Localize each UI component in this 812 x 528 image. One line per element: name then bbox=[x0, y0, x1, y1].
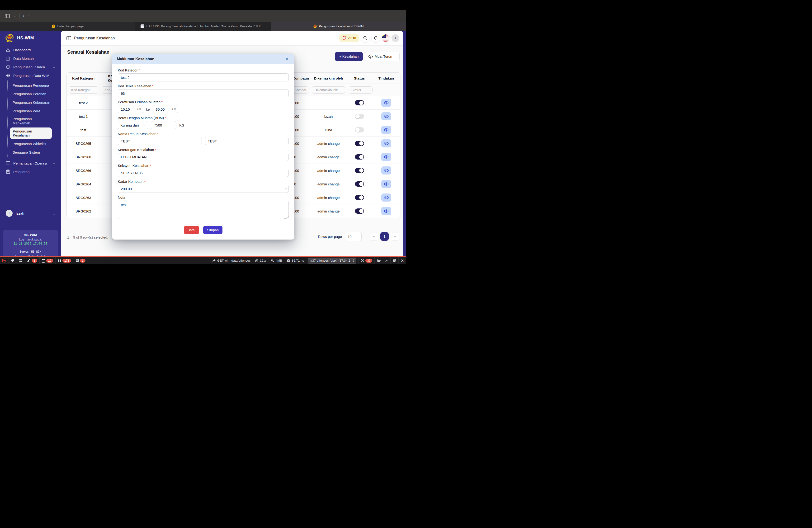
page-size-select[interactable]: 10 ⌄ bbox=[345, 232, 362, 241]
exceptions-tab[interactable]: 1 bbox=[25, 257, 40, 264]
views-tab[interactable]: 1 bbox=[73, 257, 88, 264]
field-label: Nama Penuh Kesalahan* bbox=[118, 132, 289, 136]
request-selector[interactable]: #37 offences (ajax) (17:34:2 ▲▼ bbox=[308, 258, 357, 264]
col-status[interactable]: Status bbox=[347, 73, 372, 84]
status-toggle[interactable] bbox=[355, 100, 364, 105]
tab-uat-236[interactable]: UAT #236: Borang 'Tambah Kesalahan': Tam… bbox=[135, 22, 271, 31]
version-stat: 12.x bbox=[253, 259, 268, 262]
kadar-kompaun-input[interactable] bbox=[118, 185, 289, 193]
kod-kategori-input[interactable] bbox=[118, 73, 289, 82]
close-icon[interactable]: ✕ bbox=[284, 57, 290, 61]
sidebar-item-pengurusan-peranan[interactable]: Pengurusan Peranan bbox=[8, 89, 61, 98]
next-page-button[interactable]: » bbox=[391, 232, 399, 241]
field-label: Keterangan Kesalahan* bbox=[118, 148, 289, 152]
history-button[interactable]: 37 bbox=[358, 257, 374, 264]
kod-jenis-input[interactable] bbox=[118, 89, 289, 97]
nama-penuh-input-2[interactable] bbox=[205, 137, 289, 145]
settings-sliders-button[interactable] bbox=[390, 257, 398, 264]
seksyen-input[interactable] bbox=[118, 169, 289, 177]
sidebar-item-pengurusan-wim[interactable]: Pengurusan WIM bbox=[8, 107, 61, 115]
open-folder-button[interactable] bbox=[374, 257, 383, 264]
save-button[interactable]: Simpan bbox=[203, 226, 222, 234]
laravel-logo-icon[interactable] bbox=[0, 257, 9, 264]
search-button[interactable] bbox=[361, 34, 369, 42]
models-tab[interactable]: 173 bbox=[56, 257, 73, 264]
view-button[interactable] bbox=[381, 99, 391, 107]
info-title: HS-WIM bbox=[5, 233, 56, 237]
view-button[interactable] bbox=[381, 207, 391, 215]
percent-spinner-icon[interactable]: ▲▼% bbox=[137, 108, 141, 111]
col-kod-kategori[interactable]: Kod Kategori bbox=[67, 73, 100, 84]
sidebar-item-data-mentah[interactable]: Data Mentah bbox=[0, 54, 61, 63]
memory-text: 4MB bbox=[276, 259, 282, 262]
eye-icon bbox=[384, 209, 389, 213]
sidebar-item-pengurusan-kesalahan[interactable]: Pengurusan Kesalahan bbox=[10, 128, 52, 139]
tab-hswim[interactable]: Pengurusan Kesalahan - HS-WIM bbox=[271, 22, 406, 31]
status-toggle[interactable] bbox=[355, 154, 364, 160]
status-toggle[interactable] bbox=[355, 168, 364, 173]
sidebar-item-pelaporan[interactable]: Pelaporan ⌄ bbox=[0, 167, 61, 176]
number-spinner-icon[interactable]: ▲▼ bbox=[285, 187, 287, 190]
page-title: Pengurusan Kesalahan bbox=[74, 36, 115, 40]
session-timer-badge: ⏰ 29:18 bbox=[339, 34, 359, 42]
status-toggle[interactable] bbox=[355, 195, 364, 200]
back-button[interactable]: ‹ bbox=[23, 13, 25, 18]
view-button[interactable] bbox=[381, 180, 391, 188]
sidebar-toggle-icon[interactable] bbox=[67, 36, 71, 40]
sidebar-item-pengurusan-insiden[interactable]: Pengurusan Insiden ⌄ bbox=[0, 63, 61, 71]
view-button[interactable] bbox=[381, 153, 391, 161]
sidebar-item-senggara-sistem[interactable]: Senggara Sistem bbox=[8, 148, 61, 157]
nama-penuh-input-1[interactable] bbox=[118, 137, 202, 145]
close-debugbar-button[interactable]: ✕ bbox=[398, 257, 406, 264]
status-toggle[interactable] bbox=[355, 127, 364, 132]
status-toggle[interactable] bbox=[355, 181, 364, 187]
status-toggle[interactable] bbox=[355, 114, 364, 119]
page-1-button[interactable]: 1 bbox=[380, 232, 389, 241]
view-button[interactable] bbox=[381, 112, 391, 120]
view-button[interactable] bbox=[381, 140, 391, 147]
forward-button[interactable]: › bbox=[28, 13, 30, 18]
messages-tab[interactable] bbox=[9, 257, 17, 264]
sidebar-panel-icon[interactable] bbox=[5, 14, 10, 18]
status-toggle[interactable] bbox=[355, 208, 364, 214]
eye-icon bbox=[384, 128, 389, 132]
prev-page-button[interactable]: « bbox=[370, 232, 378, 241]
sidebar-item-pengurusan-data-wim[interactable]: Pengurusan Data WIM ⌃ bbox=[0, 71, 61, 80]
bdm-value-input[interactable] bbox=[151, 121, 176, 129]
bdm-operator-select[interactable]: Kurang dari⌄ bbox=[118, 121, 148, 129]
sidebar-item-pengurusan-kebenaran[interactable]: Pengurusan Kebenaran bbox=[8, 98, 61, 107]
status-toggle[interactable] bbox=[355, 141, 364, 146]
maklumat-kesalahan-modal: Maklumat Kesalahan ✕ Kod Kategori* Kod J… bbox=[112, 54, 294, 239]
percent-spinner-icon[interactable]: ▲▼% bbox=[172, 108, 176, 111]
filter-oleh[interactable] bbox=[312, 86, 345, 93]
jpj-favicon bbox=[52, 25, 55, 28]
nota-textarea[interactable] bbox=[118, 201, 289, 219]
sidebar-item-pengurusan-pengguna[interactable]: Pengurusan Pengguna bbox=[8, 81, 61, 89]
add-kesalahan-button[interactable]: + Kesalahan bbox=[335, 52, 363, 61]
chevron-down-icon[interactable]: ⌄ bbox=[13, 14, 16, 18]
chevron-down-icon: ⌄ bbox=[53, 170, 55, 173]
field-label: Seksyen Kesalahan* bbox=[118, 164, 289, 167]
sidebar-user[interactable]: I Izzah ⌃⌄ bbox=[0, 210, 61, 217]
sidebar-item-dashboard[interactable]: Dashboard bbox=[0, 46, 61, 54]
view-button[interactable] bbox=[381, 166, 391, 175]
view-button[interactable] bbox=[381, 126, 391, 134]
maximize-button[interactable] bbox=[383, 257, 390, 264]
view-button[interactable] bbox=[381, 193, 391, 202]
timeline-tab[interactable] bbox=[17, 257, 25, 264]
sidebar-item-pengurusan-mahkamah[interactable]: Pengurusan Mahkamah bbox=[8, 115, 41, 127]
sidebar-item-pengurusan-whitelist[interactable]: Pengurusan Whitelist bbox=[8, 140, 61, 148]
sidebar-item-pemantauan-operasi[interactable]: Pemantauan Operasi ⌄ bbox=[0, 159, 61, 167]
tab-failed-page[interactable]: Failed to open page bbox=[0, 22, 135, 31]
language-flag-button[interactable] bbox=[382, 34, 389, 42]
queries-tab[interactable]: 10 bbox=[40, 257, 56, 264]
notifications-button[interactable] bbox=[372, 34, 380, 42]
views-count-badge: 1 bbox=[80, 259, 86, 263]
profile-avatar-button[interactable]: I bbox=[392, 34, 400, 42]
filter-kod-kategori[interactable] bbox=[69, 86, 98, 93]
filter-status[interactable] bbox=[349, 86, 373, 93]
keterangan-input[interactable] bbox=[118, 153, 289, 161]
col-dikemaskini-oleh[interactable]: Dikemaskini oleh bbox=[310, 73, 347, 84]
cancel-button[interactable]: Batal bbox=[184, 226, 199, 234]
download-button[interactable]: Muat Turun ⌄ bbox=[365, 52, 400, 61]
